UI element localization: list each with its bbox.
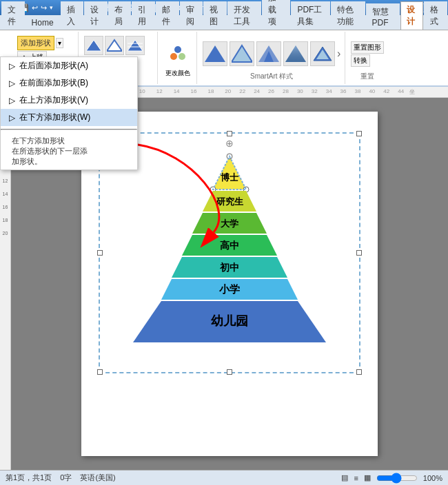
handle-br[interactable]: [356, 369, 362, 375]
svg-point-5: [174, 46, 181, 53]
label-level-5: 初中: [219, 262, 239, 273]
svg-point-7: [179, 53, 185, 60]
move-icon[interactable]: ⊕: [225, 138, 234, 149]
item-icon-above: ▷: [11, 98, 15, 105]
label-level-2: 研究生: [216, 196, 243, 207]
page-count: 第1页，共1页: [6, 473, 52, 483]
item-icon-below: ▷: [11, 113, 15, 123]
status-bar: 第1页，共1页 0字 英语(美国) ▤ ≡ ▦ 100%: [0, 470, 448, 485]
zoom-level: 100%: [423, 474, 442, 482]
convert-button[interactable]: 转换: [351, 54, 370, 67]
color-change-area: 更改颜色: [164, 40, 192, 78]
item-label-below: 在下方添加形状(W): [19, 112, 90, 123]
label-level-1: 博士: [221, 172, 239, 183]
svg-marker-0: [86, 40, 101, 51]
dropdown-item-above[interactable]: ▷ 在上方添加形状(V): [11, 98, 137, 109]
handle-ml[interactable]: [97, 250, 103, 256]
view-normal[interactable]: ▤: [341, 473, 348, 482]
color-change-label: 更改颜色: [165, 69, 190, 78]
handle-bm[interactable]: [227, 369, 232, 375]
tab-review[interactable]: 审阅: [180, 1, 203, 30]
language: 英语(美国): [80, 473, 115, 483]
reset-graphic-button[interactable]: 重置图形: [351, 41, 384, 54]
tab-mail[interactable]: 邮件: [156, 1, 179, 30]
svg-marker-1: [107, 40, 122, 51]
tab-developer[interactable]: 开发工具: [227, 1, 261, 30]
svg-marker-13: [285, 45, 306, 62]
label-level-4: 高中: [220, 240, 239, 251]
reset-area: 重置图形 转换: [351, 41, 384, 67]
smartart-style-1[interactable]: [203, 41, 227, 66]
svg-marker-2: [128, 40, 143, 51]
handle-tm[interactable]: [227, 131, 232, 136]
tab-design-main[interactable]: 设计: [84, 1, 108, 30]
tab-smartpdf[interactable]: 智慧PDF: [366, 3, 400, 30]
color-change-button[interactable]: [164, 40, 192, 68]
handle-tr[interactable]: [356, 131, 362, 136]
smartart-container[interactable]: ⊕: [99, 132, 360, 373]
group-label-smartart-styles: SmartArt 样式: [250, 72, 293, 83]
add-shape-dropdown-menu: ▷ 在后面添加形状(A) ▷ 在前面添加形状(B) ▷ 在上方添加形状(V) ▷…: [11, 98, 138, 170]
handle-bl[interactable]: [97, 369, 103, 375]
tab-insert[interactable]: 插入: [61, 1, 84, 30]
ribbon-group-smartart-styles: › SmartArt 样式: [198, 32, 345, 84]
layout-thumb-3[interactable]: [125, 36, 145, 55]
view-web[interactable]: ▦: [364, 473, 371, 482]
add-shape-button[interactable]: 添加形状: [17, 36, 54, 50]
smartart-style-5[interactable]: [310, 41, 335, 66]
doc-area: 2468101214161820 ⊕: [0, 98, 448, 470]
label-level-3: 大学: [220, 218, 238, 229]
ribbon-tabs: 文件 Home 插入 设计 布局 引用 邮件 审阅 视图 开发工具 加载项 PD…: [0, 15, 448, 30]
group-label-reset: 重置: [360, 72, 374, 83]
tab-pdf-tools[interactable]: PDF工具集: [291, 1, 330, 30]
tab-addins[interactable]: 加载项: [262, 0, 290, 30]
pyramid-svg: 博士 研究生 大学 高中 初中 小学 幼儿园: [119, 143, 340, 363]
tab-file[interactable]: 文件: [1, 1, 25, 30]
ribbon-group-colors: 更改颜色: [159, 32, 197, 84]
layout-thumb-2[interactable]: [105, 36, 124, 55]
smartart-style-4[interactable]: [283, 41, 308, 66]
label-level-7: 幼儿园: [211, 314, 248, 328]
tab-home[interactable]: Home: [26, 15, 60, 30]
smartart-style-thumbs: ›: [203, 41, 340, 66]
status-right: ▤ ≡ ▦ 100%: [341, 473, 442, 484]
quick-access-undo[interactable]: ↩: [32, 3, 38, 12]
zoom-slider[interactable]: [376, 473, 418, 484]
doc-content: ⊕: [11, 98, 448, 470]
status-left: 第1页，共1页 0字 英语(美国): [6, 473, 116, 483]
pyramid-area: 博士 研究生 大学 高中 初中 小学 幼儿园: [100, 134, 359, 372]
smartart-styles-more[interactable]: ›: [337, 48, 340, 60]
svg-marker-8: [205, 45, 225, 62]
tab-references[interactable]: 引用: [132, 1, 155, 30]
dropdown-item-below[interactable]: ▷ 在下方添加形状(W): [11, 109, 137, 126]
smartart-style-2[interactable]: [230, 41, 254, 66]
tab-design[interactable]: 设计: [400, 1, 424, 30]
svg-marker-9: [232, 45, 252, 62]
tab-view[interactable]: 视图: [203, 1, 227, 30]
smartart-style-3[interactable]: [256, 41, 281, 66]
svg-point-6: [170, 53, 177, 60]
handle-mr[interactable]: [356, 250, 362, 256]
add-shape-dropdown[interactable]: ▾: [56, 38, 63, 48]
tab-special[interactable]: 特色功能: [331, 1, 365, 30]
word-count: 0字: [60, 473, 72, 483]
label-level-6: 小学: [218, 283, 240, 295]
quick-access-more[interactable]: ▾: [50, 4, 53, 11]
quick-access-redo[interactable]: ↪: [41, 3, 47, 12]
ribbon-group-reset: 重置图形 转换 重置: [347, 32, 388, 84]
layout-thumb-1[interactable]: [84, 36, 103, 55]
dropdown-description: 在下方添加形状在所选形状的下一层添加形状。: [11, 133, 137, 169]
item-label-above: 在上方添加形状(V): [19, 98, 88, 106]
tab-format[interactable]: 格式: [424, 1, 447, 30]
tab-layout[interactable]: 布局: [108, 1, 132, 30]
view-reading[interactable]: ≡: [354, 474, 358, 482]
